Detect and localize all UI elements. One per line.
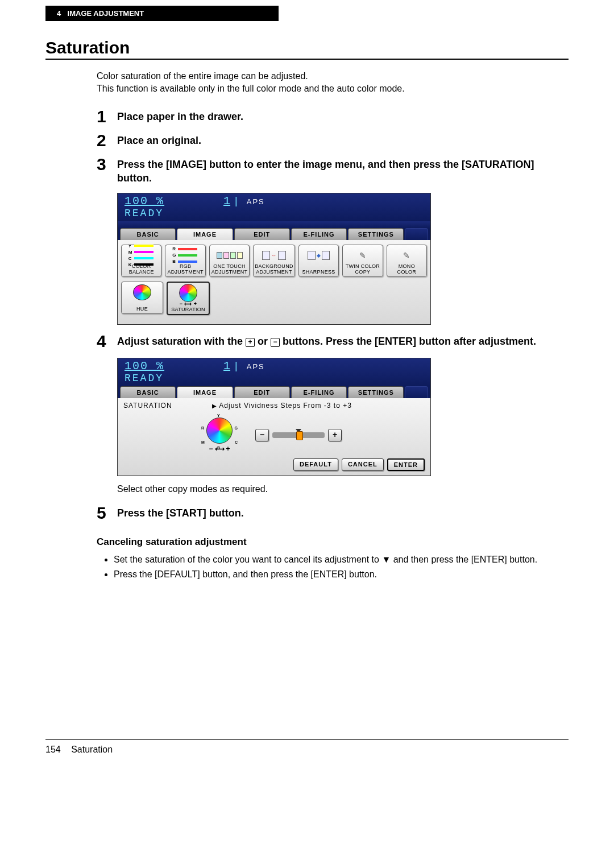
step-number: 5 xyxy=(97,505,117,522)
cancel-heading: Canceling saturation adjustment xyxy=(97,536,569,548)
step-3: 3 Press the [IMAGE] button to enter the … xyxy=(97,156,569,185)
default-button[interactable]: DEFAULT xyxy=(293,458,338,471)
step-text: Adjust saturation with the + or − button… xyxy=(117,333,536,348)
instruction-text: Adjust Vividness Steps From -3 to +3 xyxy=(212,402,352,410)
ready-status: READY xyxy=(118,208,430,221)
bullet-item: Set the saturation of the color you want… xyxy=(114,553,563,566)
chapter-header: 4 IMAGE ADJUSTMENT xyxy=(45,6,279,21)
page-number: 154 xyxy=(45,745,61,755)
step-1: 1 Place paper in the drawer. xyxy=(97,108,569,125)
minus-icon: − xyxy=(271,338,280,347)
hue-button[interactable]: HUE xyxy=(121,282,163,314)
tab-basic[interactable]: BASIC xyxy=(120,386,176,398)
printer-screen-saturation: 100 % 1 | APS READY BASIC IMAGE EDIT E-F… xyxy=(117,358,431,476)
step4-note: Select other copy modes as required. xyxy=(117,484,569,494)
step-4: 4 Adjust saturation with the + or − butt… xyxy=(97,333,569,350)
cancel-button[interactable]: CANCEL xyxy=(342,458,384,471)
step-number: 2 xyxy=(97,132,117,149)
enter-button[interactable]: ENTER xyxy=(387,458,425,471)
tab-image[interactable]: IMAGE xyxy=(177,228,233,240)
printer-screen-image-menu: 100 % 1 | APS READY BASIC IMAGE EDIT E-F… xyxy=(117,193,431,325)
ready-status: READY xyxy=(118,373,430,386)
tab-settings[interactable]: SETTINGS xyxy=(348,386,404,398)
zoom-percent: 100 % xyxy=(125,195,164,208)
plus-icon: + xyxy=(246,338,255,347)
status-bar: 100 % 1 | APS READY xyxy=(118,193,430,221)
tab-spacer xyxy=(405,386,428,398)
status-bar: 100 % 1 | APS READY xyxy=(118,358,430,386)
rgb-adjustment-button[interactable]: R G B RGB ADJUSTMENT xyxy=(165,245,205,277)
color-wheel-icon: Y R G M C B xyxy=(206,418,233,444)
step-2: 2 Place an original. xyxy=(97,132,569,149)
tab-efiling[interactable]: E-FILING xyxy=(291,386,347,398)
chapter-number: 4 xyxy=(57,9,61,18)
tab-bar: BASIC IMAGE EDIT E-FILING SETTINGS xyxy=(118,228,430,240)
step-number: 4 xyxy=(97,333,117,350)
tab-basic[interactable]: BASIC xyxy=(120,228,176,240)
aps-label: APS xyxy=(247,362,265,371)
page-title: Saturation xyxy=(45,38,569,57)
color-wheel-icon xyxy=(179,284,197,302)
slider-thumb[interactable] xyxy=(296,431,303,440)
background-adjustment-button[interactable]: ↔ BACKGROUND ADJUSTMENT xyxy=(253,245,295,277)
step-text: Place an original. xyxy=(117,132,201,147)
tab-efiling[interactable]: E-FILING xyxy=(291,228,347,240)
bullet-item: Press the [DEFAULT] button, and then pre… xyxy=(114,568,563,581)
step-5: 5 Press the [START] button. xyxy=(97,505,569,522)
tab-image[interactable]: IMAGE xyxy=(177,386,233,398)
plus-button[interactable]: + xyxy=(328,429,342,441)
one-touch-adjustment-button[interactable]: ONE TOUCH ADJUSTMENT xyxy=(209,245,250,277)
tab-spacer xyxy=(405,228,428,240)
minus-button[interactable]: − xyxy=(255,429,269,441)
aps-label: APS xyxy=(247,197,265,206)
tab-settings[interactable]: SETTINGS xyxy=(348,228,404,240)
step-number: 3 xyxy=(97,156,117,173)
step-text: Press the [IMAGE] button to enter the im… xyxy=(117,156,569,185)
tab-bar: BASIC IMAGE EDIT E-FILING SETTINGS xyxy=(118,386,430,398)
saturation-slider[interactable] xyxy=(272,432,325,438)
step-text: Press the [START] button. xyxy=(117,505,244,520)
down-triangle-icon: ▼ xyxy=(381,555,391,564)
zoom-percent: 100 % xyxy=(125,359,164,373)
saturation-button[interactable]: −⟷+ SATURATION xyxy=(167,282,210,315)
cancel-bullets: Set the saturation of the color you want… xyxy=(102,553,569,580)
twin-color-copy-button[interactable]: TWIN COLOR COPY xyxy=(342,245,383,277)
footer-title: Saturation xyxy=(71,745,113,754)
copy-count: 1 xyxy=(223,359,230,373)
page-footer: 154 Saturation xyxy=(45,739,569,755)
chapter-title: IMAGE ADJUSTMENT xyxy=(68,9,144,18)
copy-count: 1 xyxy=(223,195,230,208)
mono-color-button[interactable]: MONO COLOR xyxy=(387,245,427,277)
step-number: 1 xyxy=(97,108,117,125)
saturation-label: SATURATION xyxy=(123,402,172,410)
tab-edit[interactable]: EDIT xyxy=(234,228,290,240)
step-text: Place paper in the drawer. xyxy=(117,108,243,123)
intro-line: This function is available only in the f… xyxy=(97,82,569,95)
color-balance-button[interactable]: Y M C K COLOR BALANCE xyxy=(121,245,161,277)
intro-line: Color saturation of the entire image can… xyxy=(97,70,569,82)
intro-text: Color saturation of the entire image can… xyxy=(97,70,569,94)
title-rule xyxy=(45,59,569,60)
sharpness-button[interactable]: ◆ SHARPNESS xyxy=(298,245,339,277)
color-wheel-icon xyxy=(133,284,151,300)
tab-edit[interactable]: EDIT xyxy=(234,386,290,398)
